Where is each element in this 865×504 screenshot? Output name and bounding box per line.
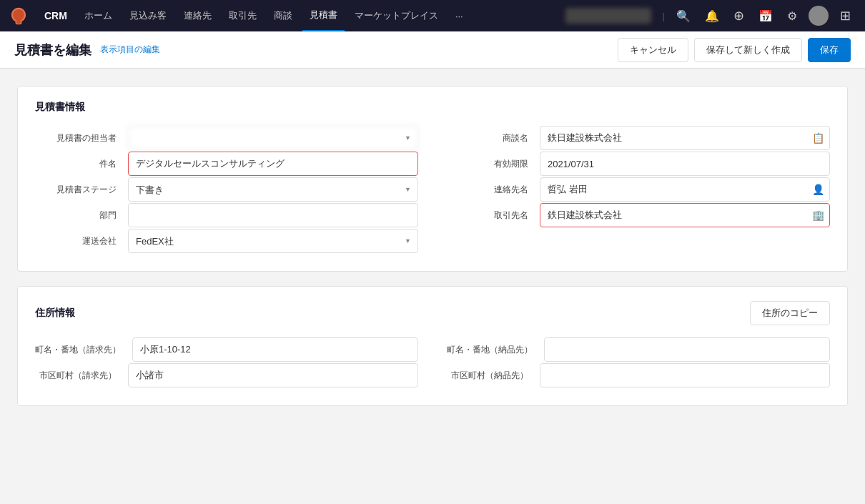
subject-row: 件名 [35,151,418,177]
nav-accounts[interactable]: 取引先 [222,0,264,31]
carrier-select[interactable]: FedEX社 ヤマト運輸 佐川急便 日本郵便 [128,229,418,253]
shipping-street-field [544,337,830,362]
account-input-wrapper: 🏢 [540,203,830,227]
nav-contacts[interactable]: 連絡先 [177,0,219,31]
add-icon[interactable]: ⊕ [728,0,750,31]
dept-field [128,203,418,227]
contact-label: 連絡先名 [447,184,540,196]
dept-label: 部門 [35,209,128,222]
notification-icon[interactable]: 🔔 [699,0,725,31]
contact-field: 👤 [540,177,830,202]
stage-field: 下書き 承認待ち 承認済み 却下 [128,177,418,202]
subject-field [128,152,418,176]
stage-row: 見積書ステージ 下書き 承認待ち 承認済み 却下 [35,177,418,202]
page-title: 見積書を編集 [14,41,92,59]
address-section-title: 住所情報 [35,307,744,320]
search-icon[interactable]: 🔍 [671,0,696,31]
app-logo[interactable] [9,6,29,26]
deal-lookup-icon[interactable]: 📋 [812,132,824,144]
stage-label: 見積書ステージ [35,184,128,196]
stage-select-wrapper: 下書き 承認待ち 承認済み 却下 [128,177,418,202]
owner-field [128,126,418,150]
address-form-grid: 町名・番地（請求先） 市区町村（請求先） 町名・番地（納品先） [35,337,830,388]
quote-form-grid: 見積書の担当者 件名 [35,125,830,254]
save-new-button[interactable]: 保存して新しく作成 [694,38,802,62]
account-lookup-icon[interactable]: 🏢 [812,209,824,221]
addr-header: 住所情報 住所のコピー [35,301,830,325]
billing-city-row: 市区町村（請求先） [35,362,418,388]
account-field: 🏢 [540,203,830,227]
nav-marketplace[interactable]: マーケットプレイス [347,0,445,31]
grid-icon[interactable]: ⊞ [834,0,856,31]
shipping-city-field [540,363,830,387]
nav-home[interactable]: ホーム [77,0,119,31]
shipping-street-row: 町名・番地（納品先） [447,337,830,362]
contact-input-wrapper: 👤 [540,177,830,202]
deal-label: 商談名 [447,132,540,144]
deal-row: 商談名 📋 [447,125,830,151]
account-row: 取引先名 🏢 [447,202,830,228]
expiry-field [540,152,830,176]
shipping-column: 町名・番地（納品先） 市区町村（納品先） [447,337,830,388]
top-navigation: CRM ホーム 見込み客 連絡先 取引先 商談 見積書 マーケットプレイス ··… [0,0,865,31]
quote-info-title: 見積書情報 [35,101,830,114]
contact-row: 連絡先名 👤 [447,177,830,202]
expiry-row: 有効期限 [447,151,830,177]
account-input[interactable] [540,203,830,227]
deal-input-wrapper: 📋 [540,126,830,150]
billing-street-row: 町名・番地（請求先） [35,337,418,362]
nav-separator: | [663,11,665,21]
owner-row: 見積書の担当者 [35,125,418,151]
shipping-street-label: 町名・番地（納品先） [447,344,544,356]
billing-city-input[interactable] [128,363,418,387]
left-column: 見積書の担当者 件名 [35,125,418,254]
billing-column: 町名・番地（請求先） 市区町村（請求先） [35,337,418,388]
shipping-city-row: 市区町村（納品先） [447,362,830,388]
contact-lookup-icon[interactable]: 👤 [812,184,824,195]
account-label: 取引先名 [447,209,540,222]
owner-select-wrapper [128,126,418,150]
nav-deals[interactable]: 商談 [267,0,300,31]
expiry-label: 有効期限 [447,158,540,170]
billing-street-label: 町名・番地（請求先） [35,344,132,356]
shipping-street-input[interactable] [544,337,830,362]
save-button[interactable]: 保存 [808,38,851,62]
address-section: 住所情報 住所のコピー 町名・番地（請求先） 市区町村（請求先） [17,286,848,406]
deal-field: 📋 [540,126,830,150]
nav-crm-label: CRM [37,0,74,31]
expiry-input[interactable] [540,152,830,176]
main-content: 見積書情報 見積書の担当者 件名 [0,69,865,504]
right-column: 商談名 📋 有効期限 [447,125,830,254]
owner-label: 見積書の担当者 [35,132,128,144]
stage-select[interactable]: 下書き 承認待ち 承認済み 却下 [128,177,418,202]
shipping-city-label: 市区町村（納品先） [447,370,540,382]
copy-address-button[interactable]: 住所のコピー [750,301,830,325]
dept-row: 部門 [35,202,418,228]
user-avatar[interactable] [809,6,829,26]
cancel-button[interactable]: キャンセル [618,38,688,62]
carrier-field: FedEX社 ヤマト運輸 佐川急便 日本郵便 [128,229,418,253]
subject-input[interactable] [128,152,418,176]
billing-street-input[interactable] [132,337,418,362]
carrier-select-wrapper: FedEX社 ヤマト運輸 佐川急便 日本郵便 [128,229,418,253]
edit-fields-link[interactable]: 表示項目の編集 [100,44,160,56]
quote-info-section: 見積書情報 見積書の担当者 件名 [17,86,848,272]
carrier-label: 運送会社 [35,235,128,247]
nav-quotes[interactable]: 見積書 [302,0,345,31]
nav-leads[interactable]: 見込み客 [122,0,174,31]
subject-label: 件名 [35,158,128,170]
calendar-icon[interactable]: 📅 [753,0,778,31]
contact-input[interactable] [540,177,830,202]
settings-icon[interactable]: ⚙ [781,0,803,31]
user-info-blurred [565,8,651,24]
shipping-city-input[interactable] [540,363,830,387]
billing-city-field [128,363,418,387]
page-header: 見積書を編集 表示項目の編集 キャンセル 保存して新しく作成 保存 [0,31,865,69]
carrier-row: 運送会社 FedEX社 ヤマト運輸 佐川急便 日本郵便 [35,228,418,254]
owner-select[interactable] [128,126,418,150]
nav-more[interactable]: ··· [448,0,470,31]
dept-input[interactable] [128,203,418,227]
billing-city-label: 市区町村（請求先） [35,370,128,382]
deal-input[interactable] [540,126,830,150]
billing-street-field [132,337,418,362]
